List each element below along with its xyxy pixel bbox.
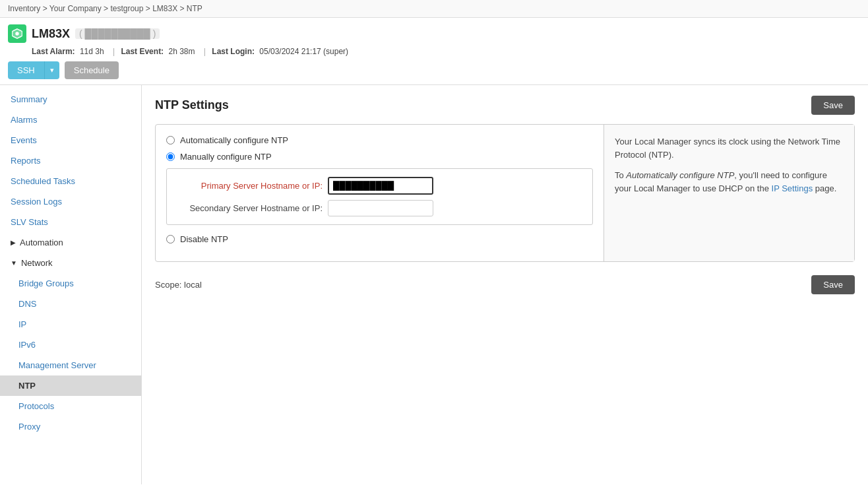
- primary-server-input[interactable]: [328, 177, 433, 195]
- radio-auto[interactable]: [166, 136, 175, 145]
- ntp-settings-card: Automatically configure NTP Manually con…: [155, 124, 855, 262]
- radio-manual-label[interactable]: Manually configure NTP: [180, 152, 272, 162]
- sidebar-item-scheduled-tasks[interactable]: Scheduled Tasks: [0, 171, 141, 191]
- sidebar-item-management-server[interactable]: Management Server: [0, 355, 141, 375]
- schedule-button[interactable]: Schedule: [65, 61, 119, 79]
- ip-settings-link[interactable]: IP Settings: [772, 183, 813, 193]
- save-button-bottom[interactable]: Save: [811, 275, 855, 294]
- sidebar-item-protocols[interactable]: Protocols: [0, 396, 141, 416]
- sidebar-item-alarms[interactable]: Alarms: [0, 110, 141, 130]
- sidebar-item-automation[interactable]: ▶ Automation: [0, 232, 141, 253]
- sidebar-item-events[interactable]: Events: [0, 130, 141, 150]
- sidebar-item-reports[interactable]: Reports: [0, 150, 141, 171]
- radio-manual[interactable]: [166, 152, 175, 161]
- secondary-server-row: Secondary Server Hostname or IP:: [177, 200, 582, 216]
- device-icon: [8, 24, 26, 43]
- sidebar-item-dns[interactable]: DNS: [0, 294, 141, 314]
- ntp-right-panel: Your Local Manager syncs its clock using…: [604, 125, 854, 261]
- radio-auto-label[interactable]: Automatically configure NTP: [180, 135, 288, 145]
- primary-server-row: Primary Server Hostname or IP:: [177, 177, 582, 195]
- breadcrumb: Inventory > Your Company > testgroup > L…: [0, 0, 868, 18]
- sidebar-item-proxy[interactable]: Proxy: [0, 416, 141, 437]
- sidebar-item-bridge-groups[interactable]: Bridge Groups: [0, 273, 141, 294]
- radio-disable-option[interactable]: Disable NTP: [166, 234, 593, 244]
- radio-manual-option[interactable]: Manually configure NTP: [166, 152, 593, 162]
- device-meta: Last Alarm: 11d 3h | Last Event: 2h 38m …: [8, 47, 860, 56]
- ntp-description-para2: To Automatically configure NTP, you'll n…: [615, 169, 844, 195]
- ntp-left-panel: Automatically configure NTP Manually con…: [156, 125, 604, 261]
- main-layout: Summary Alarms Events Reports Scheduled …: [0, 85, 868, 484]
- save-button-top[interactable]: Save: [811, 96, 855, 115]
- chevron-down-icon: ▼: [11, 259, 17, 267]
- ntp-fields-box: Primary Server Hostname or IP: Secondary…: [166, 168, 593, 225]
- page-title: NTP Settings: [155, 98, 229, 112]
- device-title-row: LM83X ( ██████████ ): [8, 24, 860, 43]
- scope-label: Scope: local: [155, 280, 202, 290]
- radio-disable-label[interactable]: Disable NTP: [180, 234, 228, 244]
- secondary-server-input[interactable]: [328, 200, 433, 216]
- main-content: NTP Settings Save Automatically configur…: [142, 85, 868, 484]
- scope-row: Scope: local Save: [155, 273, 855, 297]
- radio-auto-option[interactable]: Automatically configure NTP: [166, 135, 593, 145]
- ntp-description-para1: Your Local Manager syncs its clock using…: [615, 135, 844, 161]
- header-actions: SSH ▾ Schedule: [8, 61, 860, 79]
- sidebar-item-summary[interactable]: Summary: [0, 89, 141, 110]
- ssh-button[interactable]: SSH: [8, 61, 44, 79]
- primary-server-label: Primary Server Hostname or IP:: [177, 181, 323, 191]
- sidebar-item-slv-stats[interactable]: SLV Stats: [0, 212, 141, 232]
- ssh-dropdown-button[interactable]: ▾: [44, 61, 59, 79]
- sidebar-item-network[interactable]: ▼ Network: [0, 253, 141, 273]
- sidebar-item-ntp[interactable]: NTP: [0, 375, 141, 396]
- device-name: LM83X: [32, 27, 70, 41]
- device-header: LM83X ( ██████████ ) Last Alarm: 11d 3h …: [0, 18, 868, 85]
- page-title-row: NTP Settings Save: [155, 96, 855, 115]
- svg-point-1: [15, 32, 18, 35]
- sidebar-item-ip[interactable]: IP: [0, 314, 141, 335]
- device-ip: ( ██████████ ): [75, 28, 160, 39]
- secondary-server-label: Secondary Server Hostname or IP:: [177, 203, 323, 213]
- sidebar-item-ipv6[interactable]: IPv6: [0, 335, 141, 355]
- chevron-right-icon: ▶: [11, 239, 16, 246]
- radio-disable[interactable]: [166, 235, 175, 243]
- sidebar-item-session-logs[interactable]: Session Logs: [0, 191, 141, 212]
- sidebar: Summary Alarms Events Reports Scheduled …: [0, 85, 142, 484]
